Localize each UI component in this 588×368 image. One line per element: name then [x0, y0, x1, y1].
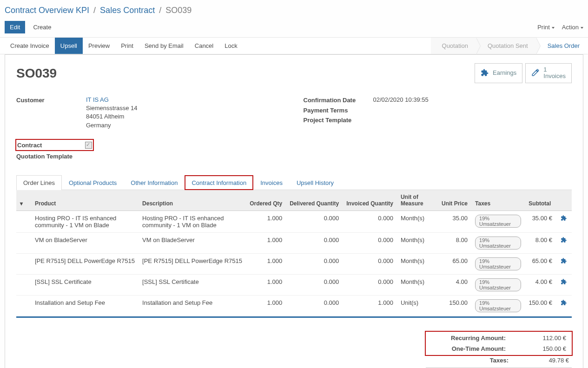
cell-subtotal: 65.00 €: [525, 253, 556, 274]
expand-column[interactable]: ▾: [16, 190, 31, 211]
recurring-amount-label: Recurring Amount:: [431, 335, 506, 342]
table-footer-separator: [16, 316, 572, 318]
cell-tax: 19% Umsatzsteuer: [471, 253, 525, 274]
cell-uom: Month(s): [397, 232, 438, 253]
line-puzzle-icon[interactable]: [556, 253, 572, 274]
contract-label: Contract: [17, 141, 85, 149]
cell-invoiced: 0.000: [343, 210, 397, 232]
cell-uom: Month(s): [397, 253, 438, 274]
cell-description: [PE R7515] DELL PowerEdge R7515: [139, 253, 246, 274]
cell-delivered: 0.000: [286, 210, 343, 232]
tab-order-lines[interactable]: Order Lines: [16, 175, 62, 190]
table-row[interactable]: VM on BladeServerVM on BladeServer1.0000…: [16, 232, 572, 253]
send-email-button[interactable]: Send by Email: [139, 38, 189, 54]
customer-value: IT IS AG Siemensstrasse 14 84051 Altheim…: [86, 96, 285, 130]
form-sheet: Earnings 1 Invoices SO039 Customer IT IS…: [5, 54, 583, 368]
table-row[interactable]: Installation and Setup FeeInstallation a…: [16, 295, 572, 316]
cell-ordered: 1.000: [246, 295, 286, 316]
cell-price: 35.00: [438, 210, 471, 232]
col-unit-price[interactable]: Unit Price: [438, 190, 471, 211]
cell-tax: 19% Umsatzsteuer: [471, 295, 525, 316]
step-sales-order[interactable]: Sales Order: [536, 38, 588, 54]
cell-description: VM on BladeServer: [139, 232, 246, 253]
tab-contract-information[interactable]: Contract Information: [185, 175, 253, 190]
customer-label: Customer: [16, 96, 86, 130]
earnings-stat-button[interactable]: Earnings: [475, 63, 522, 83]
cell-ordered: 1.000: [246, 253, 286, 274]
table-row[interactable]: [SSL] SSL Certificate[SSL] SSL Certifica…: [16, 274, 572, 295]
col-product[interactable]: Product: [31, 190, 139, 211]
tab-other-information[interactable]: Other Information: [124, 175, 185, 190]
upsell-button[interactable]: Upsell: [55, 38, 83, 54]
payment-terms-value: [373, 106, 572, 114]
cell-product: VM on BladeServer: [31, 232, 139, 253]
col-description[interactable]: Description: [139, 190, 246, 211]
cell-subtotal: 35.00 €: [525, 210, 556, 232]
cancel-button[interactable]: Cancel: [189, 38, 219, 54]
table-row[interactable]: [PE R7515] DELL PowerEdge R7515[PE R7515…: [16, 253, 572, 274]
cell-invoiced: 0.000: [343, 253, 397, 274]
cell-description: Installation and Setup Fee: [139, 295, 246, 316]
cell-uom: Month(s): [397, 210, 438, 232]
cell-ordered: 1.000: [246, 210, 286, 232]
edit-button[interactable]: Edit: [5, 21, 25, 33]
col-subtotal[interactable]: Subtotal: [525, 190, 556, 211]
breadcrumb-level2[interactable]: Sales Contract: [100, 6, 155, 15]
preview-button[interactable]: Preview: [83, 38, 115, 54]
action-dropdown[interactable]: Action: [562, 24, 583, 31]
cell-ordered: 1.000: [246, 274, 286, 295]
print-button[interactable]: Print: [115, 38, 139, 54]
cell-subtotal: 4.00 €: [525, 274, 556, 295]
breadcrumb-sep: /: [157, 6, 163, 15]
print-dropdown[interactable]: Print: [537, 24, 555, 31]
onetime-amount-label: One-Time Amount:: [431, 345, 506, 352]
cell-tax: 19% Umsatzsteuer: [471, 232, 525, 253]
col-invoiced-qty[interactable]: Invoiced Quantity: [343, 190, 397, 211]
create-button[interactable]: Create: [28, 21, 56, 33]
invoices-text: 1 Invoices: [543, 66, 566, 80]
create-invoice-button[interactable]: Create Invoice: [5, 38, 55, 54]
invoices-count: 1: [543, 66, 547, 73]
invoices-label: Invoices: [543, 72, 566, 79]
tab-upsell-history[interactable]: Upsell History: [290, 175, 341, 190]
cell-product: Installation and Setup Fee: [31, 295, 139, 316]
invoices-stat-button[interactable]: 1 Invoices: [525, 63, 572, 83]
cell-price: 8.00: [438, 232, 471, 253]
step-quotation-sent[interactable]: Quotation Sent: [476, 38, 536, 54]
lock-button[interactable]: Lock: [219, 38, 243, 54]
control-panel: Edit Create Print Action: [0, 17, 588, 37]
stat-button-box: Earnings 1 Invoices: [475, 63, 572, 83]
puzzle-icon: [481, 68, 489, 78]
col-uom[interactable]: Unit of Measure: [397, 190, 438, 211]
step-quotation[interactable]: Quotation: [431, 38, 476, 54]
status-bar: Create Invoice Upsell Preview Print Send…: [0, 37, 588, 54]
col-delivered-qty[interactable]: Delivered Quantity: [286, 190, 343, 211]
customer-link[interactable]: IT IS AG: [86, 96, 109, 103]
breadcrumb-current: SO039: [165, 6, 192, 15]
recurring-amount-value: 112.00 €: [524, 335, 566, 342]
line-puzzle-icon[interactable]: [556, 274, 572, 295]
line-puzzle-icon[interactable]: [556, 210, 572, 232]
customer-country: Germany: [86, 122, 111, 129]
line-puzzle-icon[interactable]: [556, 295, 572, 316]
cell-delivered: 0.000: [286, 253, 343, 274]
taxes-value: 49.78 €: [527, 357, 569, 364]
contract-checkbox[interactable]: [85, 142, 92, 149]
line-puzzle-icon[interactable]: [556, 232, 572, 253]
project-template-value: [373, 116, 572, 124]
cell-description: Hosting PRO - IT IS enhanced community -…: [139, 210, 246, 232]
tab-invoices[interactable]: Invoices: [253, 175, 290, 190]
cell-price: 150.00: [438, 295, 471, 316]
cell-tax: 19% Umsatzsteuer: [471, 210, 525, 232]
pencil-icon: [531, 68, 540, 78]
col-ordered-qty[interactable]: Ordered Qty: [246, 190, 286, 211]
taxes-label: Taxes:: [434, 357, 509, 364]
col-taxes[interactable]: Taxes: [471, 190, 525, 211]
cell-product: [SSL] SSL Certificate: [31, 274, 139, 295]
table-row[interactable]: Hosting PRO - IT IS enhanced community -…: [16, 210, 572, 232]
tab-optional-products[interactable]: Optional Products: [62, 175, 124, 190]
onetime-amount-value: 150.00 €: [524, 345, 566, 352]
totals-block: Recurring Amount: 112.00 € One-Time Amou…: [426, 332, 572, 368]
breadcrumb-level1[interactable]: Contract Overview KPI: [5, 6, 89, 15]
breadcrumb: Contract Overview KPI / Sales Contract /…: [0, 0, 588, 17]
